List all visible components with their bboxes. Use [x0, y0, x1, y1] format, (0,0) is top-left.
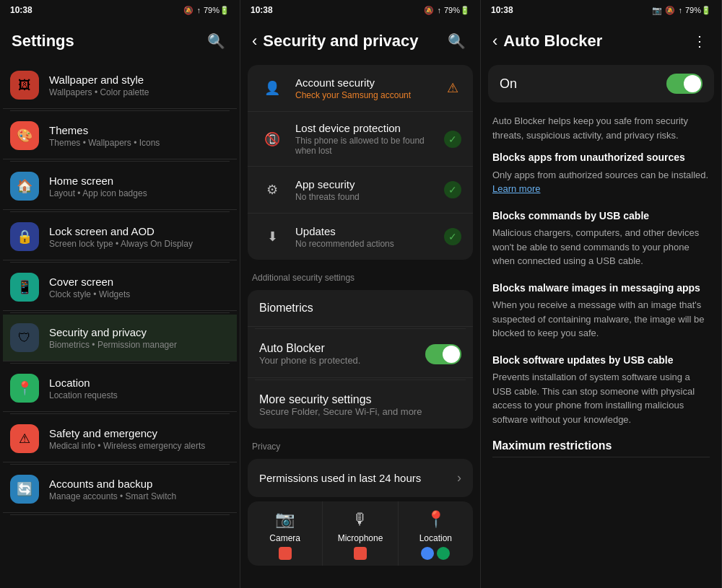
account-security-row[interactable]: 👤 Account security Check your Samsung ac… [248, 65, 473, 112]
accounts-sub: Manage accounts • Smart Switch [49, 491, 230, 501]
arrow-icon-2: ↑ [437, 6, 441, 14]
ab-toggle[interactable] [666, 74, 703, 94]
ab-learn-more-link[interactable]: Learn more [492, 183, 540, 194]
updates-title: Updates [295, 225, 444, 237]
ab-content: Auto Blocker helps keep you safe from se… [481, 105, 721, 588]
security-search-icon[interactable]: 🔍 [445, 30, 469, 53]
divider-wallpaper [10, 110, 230, 111]
ab-feature-unauthorized: Blocks apps from unauthorized sources On… [492, 151, 710, 196]
ab-usb-commands-title: Blocks commands by USB cable [492, 209, 710, 224]
account-security-title: Account security [295, 76, 444, 89]
settings-item-accounts[interactable]: 🔄 Accounts and backup Manage accounts • … [3, 466, 237, 513]
location-icon: 📍 [10, 374, 39, 403]
auto-blocker-text: Auto Blocker Your phone is protected. [259, 342, 425, 366]
ab-malware-images-desc: When you receive a message with an image… [492, 298, 710, 341]
ab-usb-updates-desc: Prevents installation of system software… [492, 370, 710, 426]
ab-unauthorized-desc: Only apps from authorized sources can be… [492, 168, 710, 196]
battery-label-3: 79%🔋 [685, 6, 711, 15]
camera-app-dot-1 [279, 547, 292, 560]
lock-screen-title: Lock screen and AOD [49, 225, 230, 237]
perm-microphone-item[interactable]: 🎙 Microphone [323, 501, 398, 566]
settings-item-wallpaper[interactable]: 🖼 Wallpaper and style Wallpapers • Color… [3, 62, 237, 109]
settings-item-home-screen[interactable]: 🏠 Home screen Layout • App icon badges [3, 163, 237, 210]
themes-icon: 🎨 [10, 121, 39, 150]
security-text: Security and privacy Biometrics • Permis… [49, 326, 230, 350]
settings-title: Settings [12, 32, 204, 51]
home-screen-text: Home screen Layout • App icon badges [49, 175, 230, 198]
account-security-sub: Check your Samsung account [295, 90, 444, 100]
more-security-row[interactable]: More security settings Secure Folder, Se… [248, 382, 473, 429]
settings-item-themes[interactable]: 🎨 Themes Themes • Wallpapers • Icons [3, 113, 237, 159]
auto-blocker-toggle[interactable] [425, 344, 461, 364]
lock-screen-text: Lock screen and AOD Screen lock type • A… [49, 225, 230, 249]
app-security-text: App security No threats found [295, 178, 444, 202]
ab-title: Auto Blocker [503, 32, 690, 51]
ab-back-button[interactable]: ‹ [492, 32, 497, 51]
themes-sub: Themes • Wallpapers • Icons [49, 138, 230, 148]
microphone-perm-label: Microphone [338, 533, 383, 543]
security-icon: 🛡 [10, 323, 39, 352]
biometrics-row[interactable]: Biometrics [248, 290, 473, 327]
divider-security [10, 363, 230, 364]
biometrics-card: Biometrics Auto Blocker Your phone is pr… [248, 290, 473, 429]
arrow-icon-3: ↑ [678, 6, 682, 14]
status-icons-3: 📷 🔕 ↑ 79%🔋 [652, 6, 711, 15]
security-back-button[interactable]: ‹ [252, 32, 257, 51]
status-icons-1: 🔕 ↑ 79%🔋 [183, 6, 230, 15]
divider-themes [10, 161, 230, 162]
divider-location [10, 413, 230, 414]
loc-app-dots [421, 547, 450, 560]
ab-unauthorized-title: Blocks apps from unauthorized sources [492, 151, 710, 165]
accounts-icon: 🔄 [10, 475, 39, 504]
ab-intro: Auto Blocker helps keep you safe from se… [492, 114, 710, 142]
more-security-title: More security settings [259, 393, 461, 406]
updates-row[interactable]: ⬇ Updates No recommended actions ✓ [248, 214, 473, 260]
security-title: Security and privacy [49, 326, 230, 338]
additional-section-label: Additional security settings [240, 263, 480, 287]
status-icons-2: 🔕 ↑ 79%🔋 [424, 6, 470, 15]
home-screen-sub: Layout • App icon badges [49, 188, 230, 198]
wallpaper-sub: Wallpapers • Color palette [49, 87, 230, 97]
cover-screen-text: Cover screen Clock style • Widgets [49, 276, 230, 299]
divider-cover-screen [10, 312, 230, 313]
updates-text: Updates No recommended actions [295, 225, 444, 249]
auto-blocker-row[interactable]: Auto Blocker Your phone is protected. [248, 330, 473, 378]
battery-label: 79%🔋 [204, 6, 230, 15]
settings-item-location[interactable]: 📍 Location Location requests [3, 365, 237, 412]
app-security-icon: ⚙ [259, 177, 285, 203]
camera-app-dots [279, 547, 292, 560]
more-security-sub: Secure Folder, Secure Wi-Fi, and more [259, 406, 461, 417]
status-time-2: 10:38 [251, 5, 273, 15]
updates-icon: ⬇ [259, 224, 285, 250]
perm-location-item[interactable]: 📍 Location [399, 501, 473, 566]
permissions-title: Permissions used in last 24 hours [259, 472, 421, 484]
security-card: 👤 Account security Check your Samsung ac… [248, 65, 473, 260]
account-security-badge: ⚠ [444, 79, 461, 97]
settings-item-safety[interactable]: ⚠ Safety and emergency Medical info • Wi… [3, 416, 237, 462]
settings-item-cover-screen[interactable]: 📱 Cover screen Clock style • Widgets [3, 264, 237, 311]
lost-device-text: Lost device protection This phone is all… [295, 122, 444, 156]
settings-item-security[interactable]: 🛡 Security and privacy Biometrics • Perm… [3, 315, 237, 361]
ab-more-icon[interactable]: ⋮ [690, 30, 710, 53]
app-security-row[interactable]: ⚙ App security No threats found ✓ [248, 167, 473, 214]
divider-safety [10, 464, 230, 465]
settings-item-lock-screen[interactable]: 🔒 Lock screen and AOD Screen lock type •… [3, 214, 237, 260]
app-security-title: App security [295, 178, 444, 190]
battery-label-2: 79%🔋 [444, 6, 470, 15]
lock-screen-sub: Screen lock type • Always On Display [49, 239, 230, 249]
safety-text: Safety and emergency Medical info • Wire… [49, 427, 230, 451]
cover-screen-icon: 📱 [10, 273, 39, 302]
divider-2 [255, 379, 466, 380]
perm-camera-item[interactable]: 📷 Camera [248, 501, 323, 566]
permissions-row[interactable]: Permissions used in last 24 hours › [248, 459, 473, 497]
location-title: Location [49, 377, 230, 389]
signal-icon: 🔕 [183, 6, 193, 15]
updates-badge: ✓ [444, 228, 461, 245]
location-perm-icon: 📍 [426, 510, 445, 529]
settings-search-icon[interactable]: 🔍 [204, 30, 228, 53]
ab-top-bar: ‹ Auto Blocker ⋮ [481, 20, 721, 62]
lost-device-row[interactable]: 📵 Lost device protection This phone is a… [248, 112, 473, 167]
screenshot-icon: 📷 [652, 6, 662, 15]
home-screen-title: Home screen [49, 175, 230, 187]
settings-top-bar: Settings 🔍 [0, 20, 240, 62]
